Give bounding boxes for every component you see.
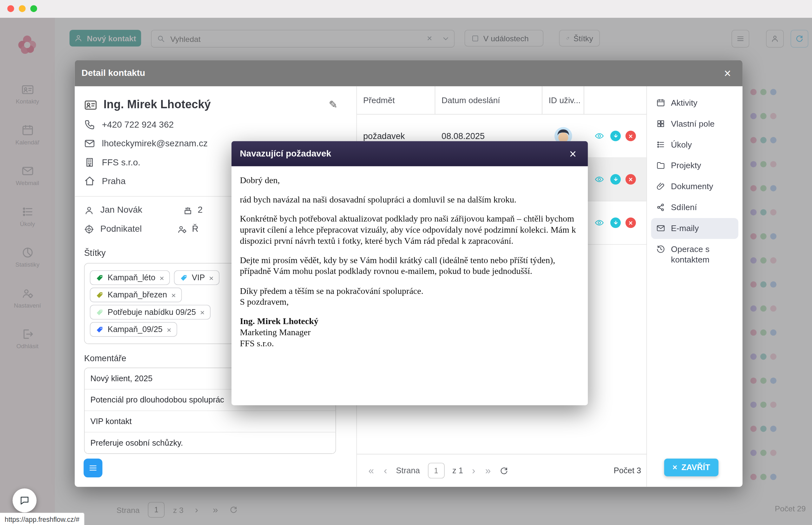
download-email-icon[interactable] <box>610 174 621 185</box>
signature-name: Ing. Mirek Lhotecký <box>240 316 318 326</box>
of-pages-label: z 1 <box>452 466 463 476</box>
close-contact-modal-icon[interactable]: × <box>721 67 734 80</box>
menu-item-dokumenty[interactable]: Dokumenty <box>651 176 738 197</box>
remove-tag-icon[interactable]: × <box>200 308 205 316</box>
tag-chip: Kampaň_březen × <box>90 288 182 302</box>
arrow-down-icon <box>613 220 619 226</box>
contact-name: Ing. Mirek Lhotecký <box>104 98 210 111</box>
next-page-button[interactable]: › <box>471 465 477 477</box>
menu-item-label: Aktivity <box>671 98 697 108</box>
email-date: 08.08.2025 <box>435 131 542 141</box>
column-header-datum: Datum odeslání <box>435 86 542 114</box>
email-subject: požadavek <box>357 131 435 141</box>
org-icon <box>177 224 187 234</box>
folder-icon <box>656 161 665 170</box>
menu-item-label: Úkoly <box>671 140 692 150</box>
remove-tag-icon[interactable]: × <box>171 291 176 299</box>
download-email-icon[interactable] <box>610 131 621 141</box>
close-button-label: ZAVŘÍT <box>681 463 710 472</box>
close-modal-button[interactable]: × ZAVŘÍT <box>664 459 718 477</box>
tag-label: Potřebuje nabídku 09/25 <box>108 308 196 317</box>
delete-email-icon[interactable]: × <box>625 217 636 228</box>
contact-segment: Podnikatel <box>100 224 142 234</box>
tag-chip: Kampaň_léto × <box>90 270 170 285</box>
delete-email-icon[interactable]: × <box>625 174 636 185</box>
delete-email-icon[interactable]: × <box>625 131 636 141</box>
history-icon <box>656 245 665 254</box>
email-paragraph: Konkrétně bych potřeboval aktualizovat p… <box>240 213 579 246</box>
close-email-modal-icon[interactable]: × <box>566 147 579 160</box>
remove-tag-icon[interactable]: × <box>167 325 171 333</box>
comment-item: VIP kontakt <box>85 411 335 433</box>
menu-item-label: E-maily <box>671 223 699 234</box>
email-body: Dobrý den, rád bych navázal na naši dosa… <box>232 166 588 349</box>
comment-item: Preferuje osobní schůzky. <box>85 432 335 453</box>
arrow-down-icon <box>613 177 619 182</box>
home-icon <box>84 176 95 187</box>
page-input[interactable] <box>427 463 444 478</box>
prev-page-button[interactable]: ‹ <box>383 465 388 477</box>
remove-tag-icon[interactable]: × <box>209 274 214 282</box>
tag-chip: Potřebuje nabídku 09/25 × <box>90 305 210 319</box>
view-email-icon[interactable] <box>593 218 606 228</box>
mail-icon <box>656 224 665 232</box>
contact-card-icon <box>84 98 97 111</box>
tag-chip: VIP × <box>174 270 219 285</box>
remove-tag-icon[interactable]: × <box>159 274 164 282</box>
email-paragraph: Dejte mi prosím vědět, kdy by se Vám hod… <box>240 255 579 277</box>
close-window-button[interactable] <box>7 5 14 12</box>
contact-owner: Jan Novák <box>100 205 142 215</box>
tag-label: Kampaň_březen <box>108 290 167 300</box>
emails-count-label: Počet 3 <box>614 466 641 476</box>
menu-item-emaily[interactable]: E-maily <box>651 218 738 239</box>
tag-label: Kampaň_léto <box>108 273 155 283</box>
cake-icon <box>183 205 193 215</box>
last-page-button[interactable]: » <box>484 465 491 477</box>
strana-label: Strana <box>396 466 420 476</box>
email-paragraph: rád bych navázal na naši dosavadní spolu… <box>240 194 579 205</box>
menu-item-ukoly[interactable]: Úkoly <box>651 134 738 155</box>
building-icon <box>84 157 95 168</box>
menu-item-operace[interactable]: Operace s kontaktem <box>651 239 738 270</box>
zoom-window-button[interactable] <box>30 5 37 12</box>
email-modal-title: Navazující požadavek <box>240 149 331 159</box>
contact-extra: Ř <box>192 224 198 234</box>
view-email-icon[interactable] <box>593 131 606 140</box>
window-titlebar <box>0 0 812 18</box>
edit-contact-icon[interactable]: ✎ <box>326 98 341 111</box>
column-header-predmet: Předmět <box>357 86 435 114</box>
emails-pagination: « ‹ Strana z 1 › » Počet 3 <box>357 454 646 487</box>
contact-sections-menu: Aktivity Vlastní pole Úkoly Projekty Dok… <box>646 86 743 487</box>
menu-item-label: Sdílení <box>671 202 697 213</box>
share-icon <box>656 203 665 212</box>
menu-item-aktivity[interactable]: Aktivity <box>651 93 738 114</box>
contact-actions-menu-button[interactable] <box>84 459 103 477</box>
email-line: S pozdravem, <box>240 297 288 306</box>
column-header-actions <box>584 86 646 114</box>
column-header-id: ID uživ... <box>542 86 584 114</box>
chat-icon <box>19 495 30 506</box>
contact-city: Praha <box>102 176 126 186</box>
tag-icon <box>95 291 104 299</box>
menu-item-label: Projekty <box>671 161 701 171</box>
calendar-icon <box>656 99 665 107</box>
first-page-button[interactable]: « <box>367 465 375 477</box>
view-email-icon[interactable] <box>593 175 606 184</box>
contact-phone: +420 722 924 362 <box>102 119 174 130</box>
menu-item-projekty[interactable]: Projekty <box>651 155 738 176</box>
download-email-icon[interactable] <box>610 217 621 228</box>
contact-modal-header: Detail kontaktu × <box>75 60 743 86</box>
phone-icon <box>84 119 95 131</box>
minimize-window-button[interactable] <box>19 5 25 12</box>
contact-modal-title: Detail kontaktu <box>81 68 145 78</box>
menu-item-sdileni[interactable]: Sdílení <box>651 197 738 218</box>
tag-label: VIP <box>192 273 205 283</box>
signature-company: FFS s.r.o. <box>240 339 274 348</box>
menu-item-vlastni-pole[interactable]: Vlastní pole <box>651 113 738 134</box>
email-modal-header: Navazující požadavek × <box>232 141 588 166</box>
contact-email: lhoteckymirek@seznam.cz <box>102 138 207 149</box>
refresh-icon[interactable] <box>500 466 509 475</box>
menu-item-label: Vlastní pole <box>671 119 715 129</box>
menu-item-label: Operace s kontaktem <box>671 244 733 265</box>
chat-widget-button[interactable] <box>13 489 37 513</box>
